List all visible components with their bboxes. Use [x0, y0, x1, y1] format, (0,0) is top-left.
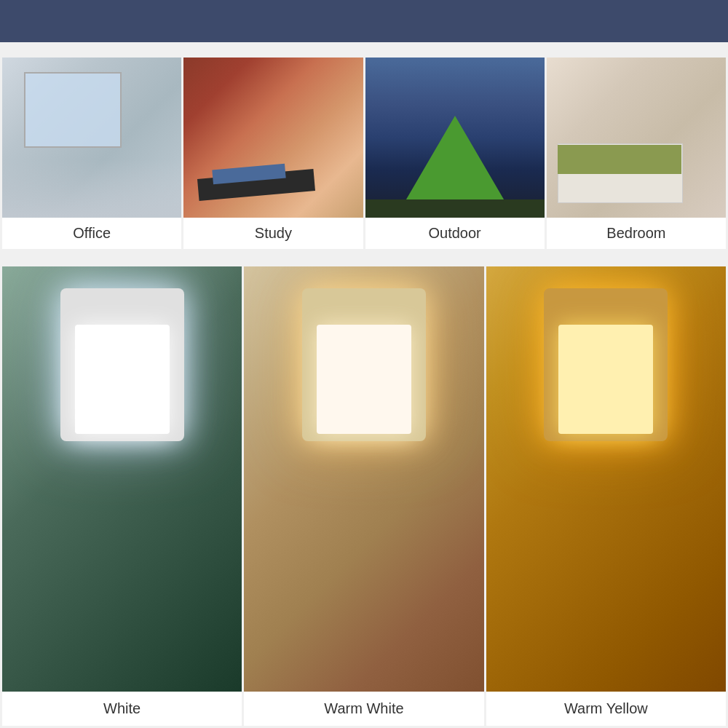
scene-label-office: Office	[2, 218, 181, 249]
color-image-white	[2, 266, 242, 692]
scene-image-outdoor	[365, 58, 545, 218]
color-label-white: White	[2, 692, 242, 726]
color-label-warm-white: Warm White	[244, 692, 483, 726]
scene-item-office: Office	[2, 58, 181, 249]
scene-image-office	[2, 58, 181, 218]
color-image-warm-white	[244, 266, 483, 692]
scene-label-study: Study	[183, 218, 363, 249]
scene-label-bedroom: Bedroom	[547, 218, 726, 249]
color-label-warm-yellow: Warm Yellow	[486, 692, 726, 726]
scene-grid: OfficeStudyOutdoorBedroom	[0, 55, 728, 251]
color-grid: WhiteWarm WhiteWarm Yellow	[0, 264, 728, 728]
color-image-warm-yellow	[486, 266, 726, 692]
scene-item-bedroom: Bedroom	[547, 58, 726, 249]
color-item-warm-yellow: Warm Yellow	[486, 266, 726, 726]
divider-bottom	[0, 251, 728, 264]
scene-item-outdoor: Outdoor	[365, 58, 545, 249]
color-item-white: White	[2, 266, 242, 726]
divider-top	[0, 42, 728, 55]
page-wrapper: OfficeStudyOutdoorBedroom WhiteWarm Whit…	[0, 0, 728, 728]
color-item-warm-white: Warm White	[244, 266, 483, 726]
scene-image-bedroom	[547, 58, 726, 218]
scene-item-study: Study	[183, 58, 363, 249]
scene-label-outdoor: Outdoor	[365, 218, 545, 249]
scene-image-study	[183, 58, 363, 218]
header-section	[0, 0, 728, 42]
